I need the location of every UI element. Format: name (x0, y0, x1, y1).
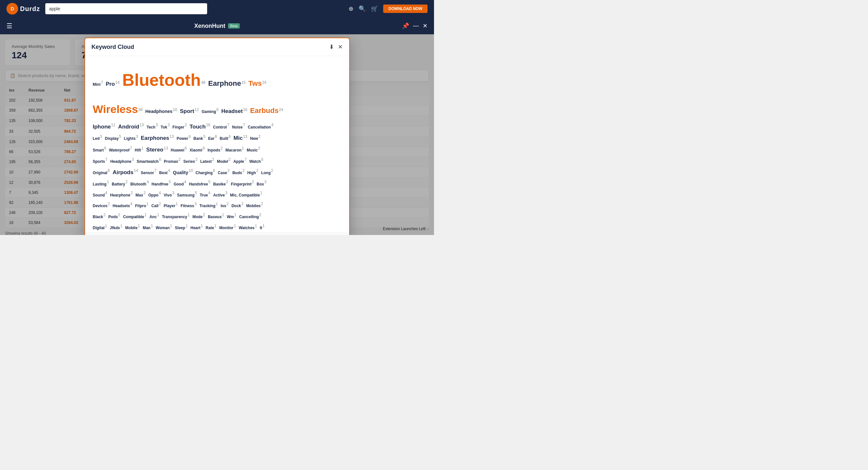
keyword-man: Man1 (143, 225, 153, 230)
keyword-call: Call2 (152, 202, 161, 208)
keyword-built: Built6 (220, 135, 231, 141)
keyword-digital: Digital1 (93, 225, 107, 230)
keyword-pods: Pods2 (108, 214, 120, 219)
menu-icon[interactable]: ☰ (6, 22, 12, 30)
keyword-fingerprint: Fingerprint2 (231, 181, 254, 186)
logo-text: Durdz (20, 5, 40, 12)
keyword-mic-compatible: Mic, Compatible1 (230, 192, 262, 197)
keyword-pro: Pro14 (106, 81, 120, 87)
keyword-xiaomi: Xiaomi9 (190, 147, 205, 153)
close-modal-button[interactable]: ✕ (338, 43, 343, 51)
keyword-devices: Devices2 (93, 202, 110, 208)
beta-badge: Beta (228, 23, 240, 29)
download-cloud-button[interactable]: ⬇ (329, 43, 334, 51)
browser-search[interactable]: apple (45, 3, 207, 14)
location-icon[interactable]: ⊕ (348, 5, 353, 12)
modal-header-icons: ⬇ ✕ (329, 43, 343, 51)
keyword-cancellation: Cancellation4 (248, 124, 274, 129)
keyword-mobile: Mobile1 (125, 225, 140, 230)
keyword-smartwatch: Smartwatch6 (136, 158, 161, 164)
keyword-high: High2 (247, 169, 258, 175)
keyword-active: Active3 (213, 192, 227, 197)
keyword-compatible2: Compatible1 (123, 214, 147, 219)
keyword-blutooth: Blutooth4 (130, 181, 149, 186)
search-icon[interactable]: 🔍 (359, 5, 366, 12)
keyword-samsung: Samsung5 (177, 192, 197, 197)
keyword-power: Power6 (177, 135, 191, 141)
keyword-promax: Promax2 (164, 158, 181, 164)
keyword-mode: Mode2 (192, 214, 205, 219)
keyword-music: Music2 (247, 147, 260, 153)
keyword-quality: Quality10 (173, 169, 193, 175)
keyword-headphones: Headphones10 (145, 108, 177, 114)
keyword-tok: Tok3 (160, 124, 169, 129)
keyword-max: Max2 (135, 192, 146, 197)
keyword-battery: Battery2 (112, 181, 127, 186)
keyword-cloud-modal: Keyword Cloud ⬇ ✕ Mini7 Pro14 Bluetooth4… (85, 37, 350, 235)
keyword-mini: Mini7 (93, 81, 103, 87)
modal-header: Keyword Cloud ⬇ ✕ (85, 38, 349, 56)
keyword-cloud-body: Mini7 Pro14 Bluetooth48 Earphone15 Tws24… (85, 56, 349, 232)
keyword-finger: Finger2 (173, 124, 187, 129)
keyword-inpods: Inpods2 (208, 147, 223, 153)
keyword-headset: Headset16 (221, 108, 248, 114)
keyword-cancelling: Cancelling2 (239, 214, 261, 219)
keyword-iphone: Iphone11 (93, 124, 116, 129)
keyword-box: Box3 (257, 181, 266, 186)
keyword-sleep: Sleep1 (175, 225, 188, 230)
keyword-sensor: Sensor7 (141, 169, 156, 175)
keyword-anc: Anc1 (150, 214, 159, 219)
keyword-headsets: Headsets4 (113, 202, 132, 208)
keyword-sport: Sport12 (180, 108, 199, 114)
keyword-handsfree: Handsfree5 (189, 181, 210, 186)
browser-icons: ⊕ 🔍 🛒 DOWNLOAD NOW (348, 4, 428, 13)
keyword-lights: Lights3 (124, 135, 138, 141)
keyword-earbuds: Earbuds24 (250, 108, 283, 114)
keyword-charging: Charging6 (195, 169, 215, 175)
keyword-smart: Smart8 (93, 147, 106, 153)
keyword-case: Case2 (218, 169, 229, 175)
keyword-android: Android13 (118, 124, 144, 129)
keyword-heart: Heart1 (191, 225, 203, 230)
close-icon[interactable]: ✕ (423, 22, 428, 29)
download-button[interactable]: DOWNLOAD NOW (383, 4, 428, 13)
keyword-transparency: Transparency1 (162, 214, 190, 219)
modal-overlay: Keyword Cloud ⬇ ✕ Mini7 Pro14 Bluetooth4… (0, 34, 434, 235)
keyword-good: Good4 (174, 181, 186, 186)
keyword-waterproof: Waterproof7 (109, 147, 132, 153)
keyword-gaming: Gaming8 (202, 108, 218, 114)
keyword-rate: Rate1 (206, 225, 217, 230)
keyword-sound: Sound4 (93, 192, 107, 197)
keyword-airpods: Airpods14 (113, 169, 138, 175)
keyword-true: True4 (200, 192, 210, 197)
minimize-icon[interactable]: — (413, 22, 419, 29)
keyword-latest: Latest2 (200, 158, 214, 164)
keyword-woman: Woman1 (156, 225, 172, 230)
extension-title: XenonHunt Beta (194, 23, 240, 29)
pin-icon[interactable]: 📌 (402, 22, 409, 29)
modal-footer: Top Keywords: bluetooth wireless earbuds… (85, 232, 349, 235)
keyword-ios: Ios2 (221, 202, 229, 208)
keyword-oppo: Oppo4 (148, 192, 161, 197)
keyword-hearphone: Hearphone2 (110, 192, 133, 197)
keyword-player: Player1 (164, 202, 178, 208)
keyword-apple: Apple7 (234, 158, 247, 164)
keyword-noise: Noise7 (232, 124, 245, 129)
keyword-watch: Watch5 (249, 158, 263, 164)
keyword-best: Best4 (159, 169, 170, 175)
keyword-macaron: Macaron1 (225, 147, 244, 153)
ext-bar-right: 📌 — ✕ (402, 22, 428, 29)
keyword-mic: Mic13 (234, 135, 248, 141)
main-content: Average Monthly Sales 124 Average Rating… (0, 34, 434, 235)
keyword-vivo: Vivo3 (164, 192, 175, 197)
cart-icon[interactable]: 🛒 (371, 5, 378, 12)
keyword-model: Model2 (217, 158, 230, 164)
keyword-display: Display5 (105, 135, 121, 141)
keyword-stereo: Stereo13 (146, 147, 168, 153)
keyword-fitness: Fitness3 (181, 202, 197, 208)
keyword-dock: Dock2 (231, 202, 243, 208)
extension-title-text: XenonHunt (194, 23, 225, 29)
keyword-tech: Tech3 (147, 124, 158, 129)
browser-logo: D Durdz (6, 3, 40, 14)
keyword-handfree: Handfree5 (152, 181, 171, 186)
